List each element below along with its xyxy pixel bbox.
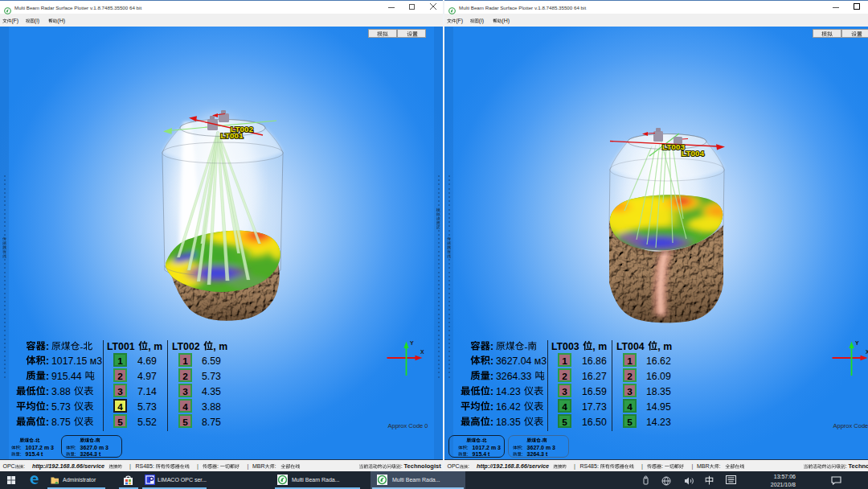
svg-text:OPC: OPC [448,463,460,469]
svg-text::: : [46,371,49,382]
svg-text:4: 4 [117,401,123,413]
svg-text:3: 3 [182,386,188,397]
svg-text::: : [46,417,49,428]
svg-text:LT004: LT004 [616,341,645,352]
svg-text:|: | [197,462,199,470]
svg-text:|: | [641,462,643,470]
svg-text::: : [401,463,403,469]
svg-text:5.73: 5.73 [202,371,221,382]
svg-text::: : [719,463,721,469]
svg-text:-: - [541,438,542,443]
svg-text:16.09: 16.09 [646,371,671,382]
svg-text:(F): (F) [11,18,18,24]
svg-text:3627.04 м3: 3627.04 м3 [496,355,547,367]
svg-text:3: 3 [562,386,567,397]
svg-text:LT001: LT001 [107,341,135,352]
svg-text:RS485:: RS485: [136,463,154,469]
svg-text:-: - [524,341,527,352]
svg-text:4: 4 [182,401,188,413]
svg-text::: : [490,341,493,352]
svg-text:(i): (i) [479,18,484,24]
svg-text:1017.2 m 3: 1017.2 m 3 [26,445,55,450]
svg-text:5.52: 5.52 [137,417,157,428]
svg-text:4.69: 4.69 [137,355,157,367]
svg-text:LT004: LT004 [682,149,705,158]
svg-text::: : [20,451,22,457]
svg-text:3264.33: 3264.33 [496,371,532,382]
svg-text:http://192.168.8.66/service: http://192.168.8.66/service [477,462,549,470]
svg-text:915.4 t: 915.4 t [26,451,43,457]
svg-text::: : [75,451,76,457]
svg-text:5: 5 [562,417,567,428]
svg-text:MBR: MBR [252,463,265,469]
svg-text:16.27: 16.27 [582,371,607,382]
svg-text:7.14: 7.14 [137,386,157,397]
svg-text:4: 4 [562,401,567,413]
svg-text:2: 2 [562,371,567,382]
svg-text::: : [467,451,469,457]
svg-text:14.23: 14.23 [646,417,671,428]
svg-text::: : [490,386,493,397]
svg-text:1: 1 [117,355,123,367]
svg-text:8.75: 8.75 [51,417,71,428]
svg-text::: : [217,463,219,469]
svg-text:1017.15 м3: 1017.15 м3 [51,355,102,367]
svg-text:RS485:: RS485: [580,463,599,469]
svg-text:16.59: 16.59 [582,386,607,397]
svg-text:14.23: 14.23 [496,386,521,397]
svg-text:17.73: 17.73 [582,401,607,413]
svg-text:Y: Y [410,340,414,346]
svg-text:915.4 t: 915.4 t [473,451,490,457]
svg-text:16.86: 16.86 [582,355,607,367]
svg-text:Multi Beam Radar Surface Plott: Multi Beam Radar Surface Plotter v.1.8.7… [459,5,586,10]
svg-text:6.59: 6.59 [202,355,221,367]
svg-text:2: 2 [117,371,123,382]
svg-text::: : [845,463,847,469]
svg-text:(i): (i) [35,18,39,24]
svg-text:, m: , m [657,341,672,352]
svg-text:|: | [692,462,694,470]
svg-text:3264.3 t: 3264.3 t [527,451,548,457]
svg-text:Approx Code 0: Approx Code 0 [388,422,428,429]
svg-text:(F): (F) [456,18,463,24]
svg-text:915.44: 915.44 [51,371,82,382]
svg-text:LT001: LT001 [221,131,244,140]
svg-text:5: 5 [182,417,188,428]
svg-text:2: 2 [627,371,633,382]
svg-text:, m: , m [148,341,162,352]
svg-text:3627.0 m 3: 3627.0 m 3 [527,445,556,450]
svg-text:3: 3 [117,386,123,397]
svg-text::: : [46,341,49,352]
svg-text:Multi Beam Radar Surface Plott: Multi Beam Radar Surface Plotter v.1.8.7… [14,5,141,10]
svg-text:3.88: 3.88 [202,401,221,413]
svg-text:5: 5 [627,417,633,428]
svg-text:16.50: 16.50 [582,417,607,428]
svg-text:, m: , m [213,341,227,352]
svg-text:(H): (H) [57,18,65,24]
svg-text:-: - [34,438,35,443]
svg-text:1: 1 [562,355,567,367]
svg-text:1: 1 [182,355,188,367]
svg-text:LT003: LT003 [551,341,579,352]
svg-text:(H): (H) [502,18,510,24]
svg-text:3: 3 [627,386,633,397]
svg-text:|: | [129,462,131,470]
svg-text::: : [46,355,49,367]
svg-text:16.62: 16.62 [646,355,671,367]
svg-text:, m: , m [592,341,607,352]
svg-text:http://192.168.8.66/service: http://192.168.8.66/service [32,462,104,470]
svg-text::: : [275,463,276,469]
svg-text:Approx Code 0: Approx Code 0 [833,422,868,429]
svg-text:OPC: OPC [3,463,15,469]
svg-text::: : [23,463,25,469]
svg-text:3.88: 3.88 [51,386,71,397]
svg-text::: : [522,451,523,457]
svg-text:-: - [80,341,83,352]
svg-text::: : [490,401,493,413]
svg-text:Technologist: Technologist [404,462,442,470]
svg-text:3627.0 m 3: 3627.0 m 3 [80,445,109,450]
svg-text:5.73: 5.73 [51,401,71,413]
svg-text:-: - [94,438,96,443]
svg-text::: : [20,445,22,450]
svg-text:16.42: 16.42 [496,401,521,413]
